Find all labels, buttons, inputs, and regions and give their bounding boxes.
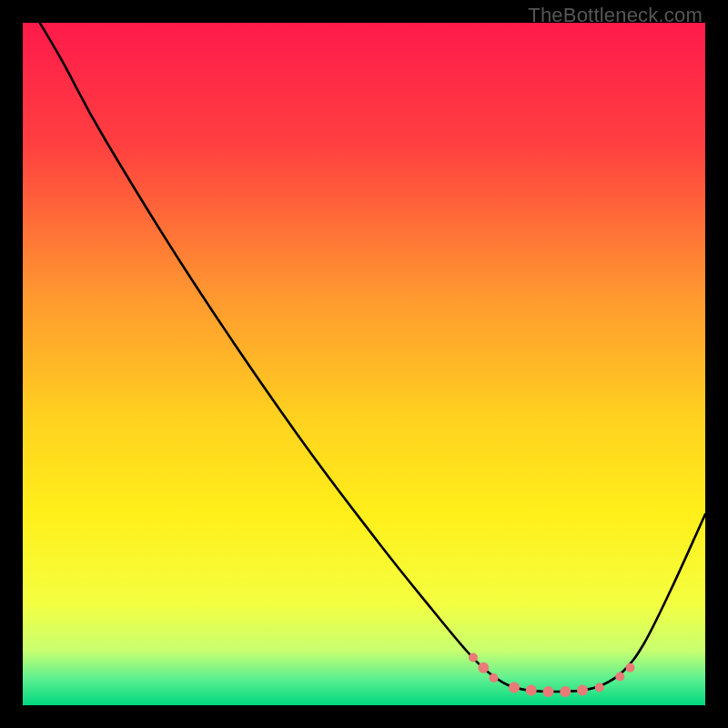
gradient-background [23, 23, 705, 705]
data-marker [509, 682, 520, 693]
data-marker [490, 673, 499, 682]
bottleneck-chart [23, 23, 705, 705]
data-marker [626, 663, 635, 672]
data-marker [478, 662, 489, 673]
data-marker [595, 683, 604, 693]
data-marker [615, 672, 624, 682]
data-marker [560, 686, 571, 697]
data-marker [543, 686, 554, 697]
data-marker [526, 685, 537, 696]
data-marker [577, 685, 588, 696]
chart-container: TheBottleneck.com [0, 0, 728, 728]
data-marker [469, 653, 478, 662]
plot-area [23, 23, 705, 705]
